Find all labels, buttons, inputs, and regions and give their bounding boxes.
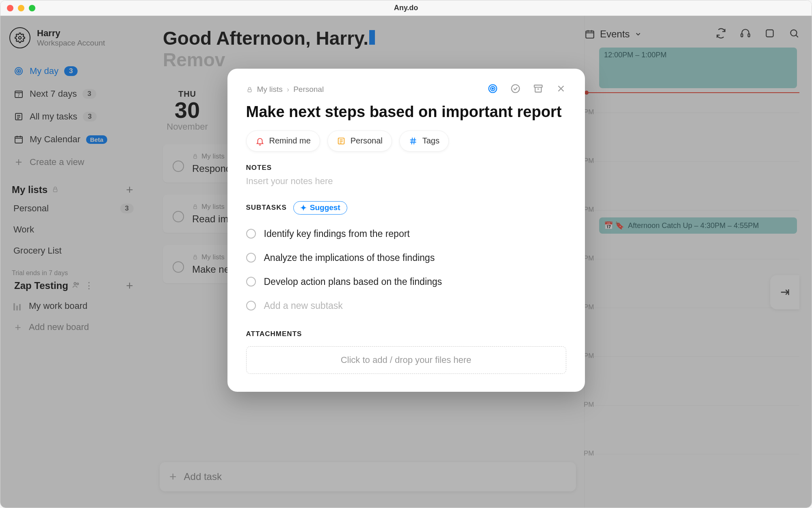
subtask-text: Develop action plans based on the findin… <box>264 276 442 287</box>
focus-icon[interactable] <box>487 83 498 96</box>
crumb-root: My lists <box>257 85 283 94</box>
titlebar: Any.do <box>0 0 812 16</box>
window-title: Any.do <box>394 4 418 12</box>
list-icon <box>337 137 346 145</box>
chip-label: Remind me <box>269 136 311 145</box>
window-controls <box>7 5 35 11</box>
subtask-row[interactable]: Analyze the implications of those findin… <box>246 246 566 270</box>
attachments-dropzone[interactable]: Click to add / drop your files here <box>246 346 566 374</box>
minimize-icon[interactable] <box>18 5 24 11</box>
sparkle-icon: ✦ <box>300 203 307 213</box>
subtask-checkbox[interactable] <box>246 229 256 239</box>
app-window: Any.do Harry Workspace Account My day 3 … <box>0 0 812 508</box>
chip-label: Tags <box>422 136 440 145</box>
svg-point-22 <box>492 88 493 89</box>
modal-actions <box>487 83 566 96</box>
archive-icon[interactable] <box>533 83 543 96</box>
task-detail-modal: My lists › Personal Make next steps base… <box>227 69 585 392</box>
maximize-icon[interactable] <box>29 5 35 11</box>
close-icon[interactable] <box>7 5 13 11</box>
notes-label: NOTES <box>246 164 566 172</box>
subtask-checkbox[interactable] <box>246 301 256 310</box>
attachments-label: ATTACHMENTS <box>246 330 566 338</box>
list-chip[interactable]: Personal <box>327 130 392 152</box>
task-title[interactable]: Make next steps based on important repor… <box>246 103 566 122</box>
subtask-text: Identify key findings from the report <box>264 228 410 239</box>
subtask-row[interactable]: Develop action plans based on the findin… <box>246 270 566 294</box>
svg-point-23 <box>511 85 520 93</box>
lock-icon <box>246 86 253 93</box>
svg-rect-24 <box>534 85 542 87</box>
suggest-button[interactable]: ✦ Suggest <box>293 201 347 215</box>
breadcrumb[interactable]: My lists › Personal <box>246 85 324 94</box>
remind-chip[interactable]: Remind me <box>246 130 320 152</box>
chevron-right-icon: › <box>287 85 289 94</box>
close-icon[interactable] <box>556 83 566 96</box>
subtask-checkbox[interactable] <box>246 253 256 263</box>
tags-chip[interactable]: Tags <box>399 130 449 152</box>
chip-label: Personal <box>351 136 383 145</box>
complete-icon[interactable] <box>510 83 521 96</box>
subtask-text: Analyze the implications of those findin… <box>264 252 435 263</box>
suggest-label: Suggest <box>310 203 340 212</box>
add-subtask-row[interactable]: Add a new subtask <box>246 294 566 318</box>
notes-input[interactable]: Insert your notes here <box>246 176 566 187</box>
modal-overlay[interactable]: My lists › Personal Make next steps base… <box>0 16 812 508</box>
hash-icon <box>409 137 418 145</box>
chip-row: Remind me Personal Tags <box>246 130 566 152</box>
subtask-checkbox[interactable] <box>246 277 256 287</box>
subtask-row[interactable]: Identify key findings from the report <box>246 222 566 246</box>
subtasks-label: SUBTASKS <box>246 204 287 212</box>
svg-rect-19 <box>248 89 251 91</box>
attach-placeholder: Click to add / drop your files here <box>341 355 472 365</box>
crumb-leaf: Personal <box>293 85 324 94</box>
bell-icon <box>256 137 264 145</box>
subtask-placeholder: Add a new subtask <box>264 300 343 311</box>
